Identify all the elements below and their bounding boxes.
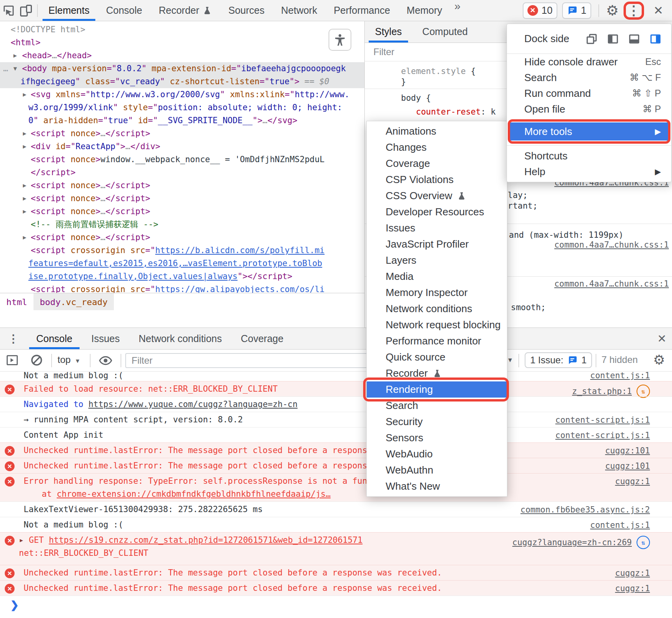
dock-left-icon[interactable] <box>607 33 619 45</box>
menu-item-quick-source[interactable]: Quick source <box>367 349 507 365</box>
console-message[interactable]: ✕▸ GET https://s19.cnzz.com/z_stat.php?i… <box>0 532 672 565</box>
console-message[interactable]: Not a medium blog :(content.js:1 <box>0 372 672 381</box>
drawer-tab-issues[interactable]: Issues <box>82 328 129 349</box>
menu-item-webaudio[interactable]: WebAudio <box>367 446 507 462</box>
dom-tree-node[interactable]: <script crossorigin src="https://b.alicd… <box>0 244 364 257</box>
request-initiator-icon[interactable]: ⇅ <box>637 536 650 549</box>
stack-frame-link[interactable]: chrome-extension://cmkdbmfndkfgebldhnkbf… <box>57 489 330 499</box>
tab-performance[interactable]: Performance <box>325 0 398 21</box>
expand-arrow-icon[interactable]: ▶ <box>23 192 26 205</box>
menu-item-javascript-profiler[interactable]: JavaScript Profiler <box>367 236 507 252</box>
console-message[interactable]: Not a medium blog :(content.js:1 <box>0 517 672 532</box>
menu-item-animations[interactable]: Animations <box>367 123 507 139</box>
dom-tree-node[interactable]: ▶<script nonce>…</script> <box>0 179 364 192</box>
source-link[interactable]: cuggz:101 <box>605 461 650 471</box>
expand-arrow-icon[interactable]: ▶ <box>23 205 26 218</box>
expand-arrow-icon[interactable]: ▶ <box>23 88 26 101</box>
dom-tree-node[interactable]: ise.prototype.finally,Object.values|alwa… <box>0 270 364 283</box>
source-link[interactable]: common.fb6bee35.async.js:2 <box>520 505 650 514</box>
body-rule-selector[interactable]: body { <box>401 93 431 103</box>
hidden-messages-count[interactable]: 7 hidden <box>601 354 638 365</box>
console-message[interactable]: LakexTextViewer-1651300429938: 275.28222… <box>0 501 672 517</box>
tab-recorder[interactable]: Recorder <box>150 0 220 21</box>
dock-right-icon[interactable] <box>649 33 662 45</box>
drawer-tab-console[interactable]: Console <box>27 328 82 349</box>
dom-tree-node[interactable]: features=default,es2015,es2016,…vasEleme… <box>0 257 364 270</box>
dom-tree-node[interactable]: ▶<script nonce>…</script> <box>0 192 364 205</box>
menu-item-coverage[interactable]: Coverage <box>367 155 507 172</box>
console-message[interactable]: Content App initcontent-script.js:1 <box>0 427 672 442</box>
expand-arrow-icon[interactable]: ▶ <box>23 127 26 140</box>
body-rule-property[interactable]: counter-reset: k <box>416 107 496 117</box>
dom-tree-node[interactable]: 0" aria-hidden="true" id="__SVG_SPRITE_N… <box>0 114 364 127</box>
console-message[interactable]: Navigated to https://www.yuque.com/cuggz… <box>0 396 672 412</box>
menu-item-what-s-new[interactable]: What's New <box>367 478 507 494</box>
expand-arrow-icon[interactable]: ▶ <box>23 231 26 244</box>
element-style-rule[interactable]: element.style { <box>401 67 476 76</box>
console-message[interactable]: ✕Unchecked runtime.lastError: The messag… <box>0 580 672 596</box>
navigated-url-link[interactable]: https://www.yuque.com/cuggz?language=zh-… <box>88 400 297 409</box>
error-count-badge[interactable]: ✕ 10 <box>523 2 557 19</box>
more-panels-icon[interactable]: » <box>451 0 465 21</box>
console-message[interactable]: ✕Failed to load resource: net::ERR_BLOCK… <box>0 381 672 396</box>
dom-tree-node[interactable]: <!-- 雨燕前置错误捕获逻辑 --> <box>0 218 364 231</box>
stylesheet-link[interactable]: common.4aa7…chunk.css:1 <box>554 279 669 289</box>
expand-arrow-icon[interactable]: ▶ <box>23 179 26 192</box>
source-link[interactable]: z_stat.php:1 <box>572 387 632 396</box>
dom-tree-node[interactable]: ifhgecigeeg" class="vc_ready" cz-shortcu… <box>0 75 364 88</box>
menu-item-network-request-blocking[interactable]: Network request blocking <box>367 317 507 333</box>
collapse-arrow-icon[interactable]: ▼ <box>13 62 17 75</box>
menu-item-css-overview[interactable]: CSS Overview <box>367 188 507 204</box>
close-devtools-icon[interactable]: ✕ <box>649 4 668 17</box>
tab-network[interactable]: Network <box>273 0 326 21</box>
menu-item-rendering[interactable]: Rendering <box>367 381 507 398</box>
dom-tree-node[interactable]: <html> <box>0 36 364 49</box>
expand-arrow-icon[interactable]: ▶ <box>13 49 17 62</box>
tab-console[interactable]: Console <box>98 0 150 21</box>
menu-item-search[interactable]: Search <box>367 398 507 414</box>
menu-item-webauthn[interactable]: WebAuthn <box>367 462 507 478</box>
menu-item-sensors[interactable]: Sensors <box>367 430 507 446</box>
expand-triangle-icon[interactable]: ▸ <box>19 535 29 545</box>
drawer-overflow-icon[interactable]: ⋮ <box>0 332 27 345</box>
source-link[interactable]: content-script.js:1 <box>555 431 650 440</box>
dom-tree-node[interactable]: …▼<body mpa-version="8.0.2" mpa-extensio… <box>0 62 364 75</box>
javascript-context-select[interactable]: top▼ <box>58 354 80 365</box>
console-settings-gear-icon[interactable]: ⚙ <box>653 352 665 368</box>
tab-elements[interactable]: Elements <box>40 0 98 21</box>
inspect-element-icon[interactable] <box>0 2 17 19</box>
dom-tree-node[interactable]: </script> <box>0 166 364 179</box>
dom-tree-node[interactable]: ▶<head>…</head> <box>0 49 364 62</box>
clear-console-icon[interactable] <box>30 353 43 367</box>
source-link[interactable]: cuggz?language=zh-cn:269 <box>512 538 632 547</box>
menu-item-help[interactable]: Help▶ <box>507 164 671 179</box>
menu-item-more-tools[interactable]: More tools▶ <box>509 122 669 141</box>
menu-item-shortcuts[interactable]: Shortcuts <box>507 148 671 164</box>
issue-counter-badge[interactable]: 1 Issue: 1 <box>525 352 592 368</box>
dom-tree-node[interactable]: w3.org/1999/xlink" style="position: abso… <box>0 101 364 114</box>
tab-memory[interactable]: Memory <box>398 0 450 21</box>
menu-item-network-conditions[interactable]: Network conditions <box>367 301 507 317</box>
menu-item-hide-console-drawer[interactable]: Hide console drawerEsc <box>507 54 671 70</box>
source-link[interactable]: cuggz:1 <box>615 477 650 486</box>
console-message[interactable]: ✕Unchecked runtime.lastError: The messag… <box>0 458 672 473</box>
menu-item-search[interactable]: Search⌘ ⌥ F <box>507 70 671 85</box>
styles-filter-input[interactable]: Filter <box>365 46 394 57</box>
menu-item-run-command[interactable]: Run command⌘ ⇧ P <box>507 85 671 101</box>
console-message[interactable]: ✕Unchecked runtime.lastError: The messag… <box>0 565 672 580</box>
drawer-tab-network-conditions[interactable]: Network conditions <box>129 328 231 349</box>
log-levels-chevron-icon[interactable]: ▼ <box>507 357 513 364</box>
menu-item-memory-inspector[interactable]: Memory Inspector <box>367 285 507 301</box>
dom-tree-node[interactable]: ▶<script nonce>…</script> <box>0 231 364 244</box>
breadcrumb-item-html[interactable]: html <box>0 293 33 310</box>
menu-item-open-file[interactable]: Open file⌘ P <box>507 101 671 117</box>
request-url-link[interactable]: https://s19.cnzz.com/z_stat.php?id=12720… <box>49 535 363 545</box>
source-link[interactable]: content.js:1 <box>590 371 650 380</box>
breadcrumb-item-body[interactable]: body.vc_ready <box>33 293 114 310</box>
console-message[interactable]: → running MPA content script, version: 8… <box>0 412 672 427</box>
dock-bottom-icon[interactable] <box>628 33 640 45</box>
request-initiator-icon[interactable]: ⇅ <box>637 385 650 398</box>
device-toolbar-icon[interactable] <box>17 2 35 19</box>
console-prompt[interactable]: ❯ <box>0 596 672 614</box>
menu-item-csp-violations[interactable]: CSP Violations <box>367 172 507 188</box>
